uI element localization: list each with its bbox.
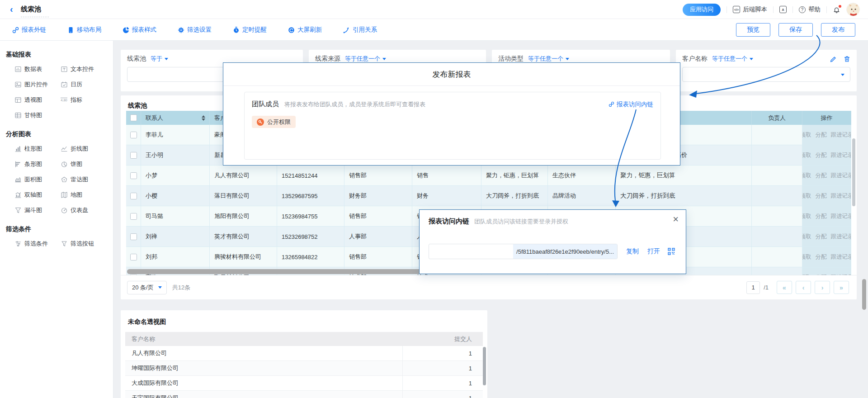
backend-script-button[interactable]: </> 后端脚本 (733, 5, 767, 14)
row-checkbox[interactable] (130, 233, 137, 240)
op-link[interactable]: 领取 (802, 213, 811, 220)
page-scrollbar[interactable] (862, 279, 866, 310)
op-link[interactable]: 领取 (802, 152, 811, 159)
toolbar-tab-1[interactable]: 报表外链 (12, 26, 46, 34)
table-cell: 生态伙伴 (548, 166, 616, 186)
customer-name-select[interactable] (682, 67, 850, 82)
sort-icon[interactable] (202, 115, 205, 121)
table-cell: 大刀阔斧，打折到底 (616, 186, 752, 206)
public-permission-badge[interactable]: 公开权限 (252, 116, 296, 128)
back-button[interactable]: ‹ (10, 4, 13, 14)
table-cell: 15232698752 (277, 227, 344, 247)
op-link[interactable]: 跟进记录 (831, 131, 852, 139)
sidebar-item-line[interactable]: 折线图 (61, 145, 107, 153)
sidebar-item-filterbtn[interactable]: 筛选按钮 (61, 240, 107, 248)
trash-icon[interactable] (844, 56, 850, 62)
sidebar-item-map[interactable]: 地图 (61, 191, 107, 199)
sidebar-item-calendar[interactable]: 日历 (61, 81, 107, 89)
op-link[interactable]: 分配 (816, 192, 827, 200)
op-link[interactable]: 跟进记录 (831, 213, 852, 220)
header-checkbox[interactable] (130, 114, 137, 121)
sidebar-item-image[interactable]: 图片控件 (14, 81, 61, 89)
avatar[interactable] (846, 3, 860, 16)
op-link[interactable]: 跟进记录 (831, 152, 852, 159)
sidebar-item-metric[interactable]: 4,80指标 (61, 96, 107, 104)
op-link[interactable]: 领取 (802, 253, 811, 261)
sidebar-item-filter[interactable]: 筛选条件 (14, 240, 61, 248)
op-link[interactable]: 跟进记录 (831, 192, 852, 200)
toolbar-tab-2[interactable]: 移动布局 (67, 26, 101, 34)
sidebar-item-gauge[interactable]: 仪表盘 (61, 206, 107, 214)
edit-pencil-icon[interactable] (830, 56, 836, 62)
op-link[interactable]: 跟进记录 (831, 172, 852, 180)
open-link-button[interactable]: 打开 (647, 247, 660, 256)
row-checkbox[interactable] (130, 193, 137, 199)
help-button[interactable]: ? 帮助 (799, 5, 821, 14)
row-checkbox[interactable] (130, 152, 137, 159)
close-icon[interactable]: × (673, 214, 679, 224)
table-cell (752, 125, 802, 145)
toolbar-tab-4[interactable]: 筛选设置 (178, 26, 212, 34)
sidebar-item-text[interactable]: 文本控件 (61, 65, 107, 73)
op-link[interactable]: 跟进记录 (831, 233, 852, 241)
tab-label: 引用关系 (353, 26, 377, 34)
op-link[interactable]: 分配 (816, 213, 827, 220)
op-link[interactable]: 领取 (802, 192, 811, 200)
sidebar-item-table[interactable]: 数据表 (14, 65, 61, 73)
toolbar-tab-3[interactable]: 报表样式 (123, 26, 156, 34)
toolbar-tab-6[interactable]: 大屏刷新 (288, 26, 322, 34)
prev-page-button[interactable]: ‹ (796, 281, 811, 294)
line-icon (61, 146, 67, 152)
preview-button[interactable]: 预览 (736, 23, 770, 37)
op-link[interactable]: 领取 (802, 233, 811, 241)
row-checkbox[interactable] (130, 132, 137, 138)
op-link[interactable]: 分配 (816, 131, 827, 139)
save-button[interactable]: 保存 (778, 23, 813, 37)
op-link[interactable]: 分配 (816, 253, 827, 261)
notification-bell-icon[interactable] (833, 6, 840, 14)
sidebar-item-radar[interactable]: 雷达图 (61, 175, 107, 184)
report-internal-link[interactable]: 报表访问内链 (609, 100, 653, 109)
sidebar-item-area[interactable]: 面积图 (14, 175, 61, 184)
toolbar-tab-5[interactable]: 定时提醒 (233, 26, 267, 34)
op-link[interactable]: 分配 (816, 172, 827, 180)
sidebar-item-hbar[interactable]: 条形图 (14, 160, 61, 168)
filter-operator[interactable]: 等于任意一个 (345, 55, 386, 63)
column-label: 操作 (821, 114, 833, 122)
op-link[interactable]: 分配 (816, 233, 827, 241)
op-link[interactable]: 分配 (816, 152, 827, 159)
publish-button[interactable]: 发布 (821, 23, 855, 37)
row-checkbox[interactable] (130, 254, 137, 261)
op-link[interactable]: 领取 (802, 172, 811, 180)
sidebar-item-dual[interactable]: 双轴图 (14, 191, 61, 199)
last-page-button[interactable]: » (834, 281, 849, 294)
pie-icon (123, 27, 129, 33)
filter-operator[interactable]: 等于 (151, 55, 168, 63)
toolbar-tab-7[interactable]: 引用关系 (343, 26, 377, 34)
page-size-select[interactable]: 20 条/页 (127, 281, 167, 294)
report-url-field[interactable]: /5f811baeaf8f26e1e2f90eeb/entry/5... (429, 244, 618, 259)
filter-operator[interactable]: 等于任意一个 (712, 55, 753, 63)
sidebar-item-pivot[interactable]: 透视图 (14, 96, 61, 104)
page-number-input[interactable] (746, 281, 760, 294)
row-checkbox[interactable] (130, 172, 137, 179)
pivot-scrollbar[interactable] (483, 347, 486, 385)
row-checkbox[interactable] (130, 213, 137, 220)
app-access-button[interactable]: 应用访问 (683, 4, 721, 16)
next-page-button[interactable]: › (815, 281, 830, 294)
op-link[interactable]: 领取 (802, 131, 811, 139)
op-link[interactable]: 跟进记录 (831, 253, 852, 261)
api-docs-icon[interactable]: A (779, 6, 787, 13)
sidebar-item-gantt[interactable]: 甘特图 (14, 111, 61, 119)
sidebar-item-bar[interactable]: 柱形图 (14, 145, 61, 153)
qrcode-icon[interactable] (668, 248, 675, 255)
sidebar-section-grid: 柱形图折线图条形图饼图面积图雷达图双轴图地图漏斗图仪表盘 (14, 145, 113, 214)
operator-label: 等于任意一个 (528, 55, 563, 63)
copy-link-button[interactable]: 复制 (626, 247, 639, 256)
table-vertical-scrollbar[interactable] (852, 138, 855, 206)
filter-operator[interactable]: 等于任意一个 (528, 55, 569, 63)
sidebar-item-pie[interactable]: 饼图 (61, 160, 107, 168)
report-toolbar: 报表外链移动布局报表样式筛选设置定时提醒大屏刷新引用关系 预览保存发布 (0, 19, 868, 41)
first-page-button[interactable]: « (777, 281, 792, 294)
sidebar-item-funnel[interactable]: 漏斗图 (14, 206, 61, 214)
